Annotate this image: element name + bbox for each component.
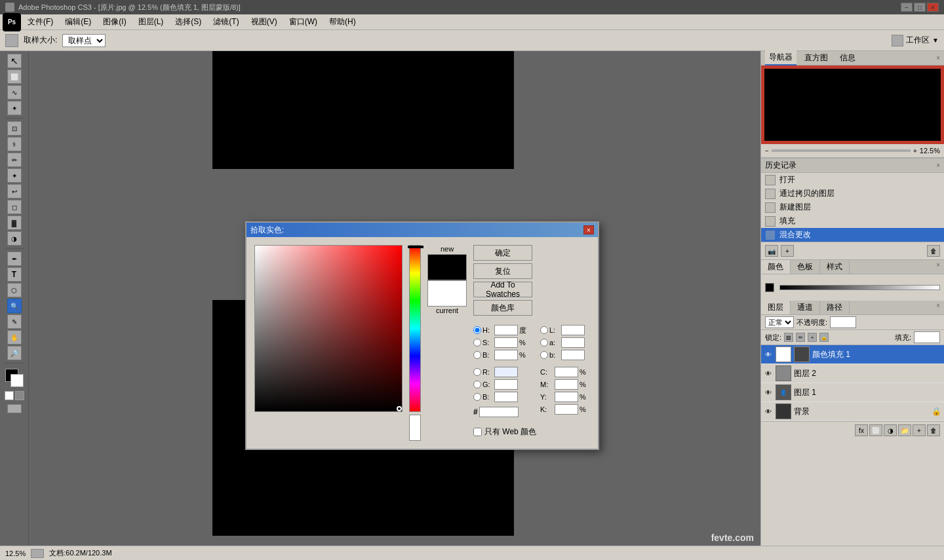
lock-image-icon[interactable]: ✏ [796,333,805,342]
eraser-tool[interactable]: ◻ [7,200,22,214]
lasso-tool[interactable]: ∿ [7,85,22,100]
s-input[interactable]: 0 [494,337,518,348]
history-item-new-layer[interactable]: 新建图层 [761,200,944,214]
layer-vis-layer1[interactable]: 👁 [764,388,773,397]
s-radio[interactable] [473,339,481,346]
tab-info[interactable]: 信息 [836,51,859,65]
type-tool[interactable]: T [7,267,22,282]
history-new-doc-btn[interactable]: + [781,245,794,257]
history-delete-btn[interactable]: 🗑 [927,245,940,257]
workspace-dropdown-icon[interactable]: ▼ [932,37,939,44]
g-radio[interactable] [473,381,481,388]
navigator-close[interactable]: × [936,54,940,62]
menu-layer[interactable]: 图层(L) [133,15,169,29]
move-tool[interactable]: ↖ [7,54,22,68]
tab-color[interactable]: 颜色 [761,260,791,274]
tab-swatches[interactable]: 色板 [791,260,820,274]
crop-tool[interactable]: ⊡ [7,121,22,136]
title-bar-controls[interactable]: − □ × [901,3,939,12]
layer-vis-layer2[interactable]: 👁 [764,369,773,378]
history-item-fill[interactable]: 填充 [761,214,944,228]
m-input[interactable]: 88 [555,379,578,390]
color-gradient-picker[interactable] [254,245,403,412]
marquee-tool[interactable]: ⬜ [7,69,22,84]
b3-radio[interactable] [540,351,548,359]
layer-adj-btn[interactable]: ◑ [884,424,897,436]
tab-paths[interactable]: 路径 [820,301,850,314]
tab-navigator[interactable]: 导航器 [765,50,796,65]
color-slider-r[interactable] [779,285,940,290]
hand-tool[interactable]: ✋ [7,330,22,345]
color-boxes[interactable] [5,369,24,387]
zoom-out-icon[interactable]: − [765,147,769,155]
color-library-button[interactable]: 颜色库 [473,300,532,316]
history-close[interactable]: × [936,162,940,169]
fg-color-mini[interactable] [765,283,774,292]
menu-select[interactable]: 选择(S) [170,15,206,29]
b-input[interactable]: 0 [494,350,518,360]
menu-file[interactable]: 文件(F) [22,15,58,29]
history-item-open[interactable]: 打开 [761,173,944,187]
tab-styles[interactable]: 样式 [820,260,850,274]
r-input[interactable]: 0 [494,367,518,377]
hue-strip[interactable] [409,245,421,412]
l-radio[interactable] [540,326,548,334]
history-item-copy-layer[interactable]: 通过拷贝的图层 [761,187,944,200]
patch-tool[interactable]: ⚕ [7,137,22,151]
history-snapshot-btn[interactable]: 📷 [765,245,778,257]
k-input[interactable]: 80 [555,404,578,415]
layer-row-layer1[interactable]: 👁 👤 图层 1 [761,383,944,402]
lock-position-icon[interactable]: + [808,333,817,342]
quick-mask-off[interactable] [5,391,14,400]
h-input[interactable]: 0 [494,325,518,335]
sample-size-select[interactable]: 取样点 [62,34,106,47]
h-radio[interactable] [473,326,481,334]
a-input[interactable]: 0 [561,337,585,348]
tab-layers[interactable]: 图层 [761,301,791,314]
menu-filter[interactable]: 滤镜(T) [208,15,244,29]
menu-view[interactable]: 视图(V) [246,15,283,29]
b2-input[interactable]: 0 [561,350,585,360]
layer-mask-btn[interactable]: ⬜ [869,424,882,436]
confirm-button[interactable]: 确定 [473,245,532,261]
history-item-blend[interactable]: 混合更改 [761,228,944,242]
eyedropper-active-tool[interactable]: 🔍 [7,299,22,313]
blue-input[interactable]: 0 [494,392,518,402]
clone-tool[interactable]: ✦ [7,168,22,183]
g-input[interactable]: 0 [494,379,518,390]
menu-window[interactable]: 窗口(W) [284,15,323,29]
opacity-strip[interactable] [409,415,421,441]
a-radio[interactable] [540,339,548,346]
blend-mode-select[interactable]: 正常 [765,316,794,328]
brush-tool[interactable]: ✏ [7,153,22,167]
menu-edit[interactable]: 编辑(E) [60,15,96,29]
b-radio[interactable] [473,351,481,359]
layer-group-btn[interactable]: 📁 [898,424,911,436]
tab-histogram[interactable]: 直方图 [800,51,832,65]
zoom-in-icon[interactable]: + [913,147,917,155]
layer-row-fill1[interactable]: 👁 颜色填充 1 [761,345,944,364]
path-tool[interactable]: ⬡ [7,283,22,297]
y-input[interactable]: 89 [555,392,578,402]
b2-radio[interactable] [473,393,481,401]
lock-transparent-icon[interactable]: ▨ [784,333,793,342]
layer-delete-btn[interactable]: 🗑 [927,424,940,436]
layer-new-btn[interactable]: + [913,424,926,436]
screen-mode-standard[interactable] [7,404,22,413]
reset-button[interactable]: 复位 [473,263,532,279]
menu-help[interactable]: 帮助(H) [324,15,361,29]
hex-input[interactable]: 000000 [479,407,519,417]
maximize-button[interactable]: □ [914,3,926,12]
c-input[interactable]: 93 [555,367,578,377]
pen-tool[interactable]: ✒ [7,252,22,266]
background-color[interactable] [10,374,24,387]
menu-image[interactable]: 图像(I) [98,15,131,29]
web-only-checkbox[interactable] [473,428,482,436]
magic-wand-tool[interactable]: ✦ [7,101,22,115]
close-button[interactable]: × [927,3,939,12]
l-input[interactable]: 0 [561,325,585,335]
gradient-tool[interactable]: ▓ [7,215,22,230]
tab-channels[interactable]: 通道 [791,301,820,314]
quick-mask-on[interactable] [15,391,24,400]
eyedropper-tool-icon[interactable] [5,34,18,47]
